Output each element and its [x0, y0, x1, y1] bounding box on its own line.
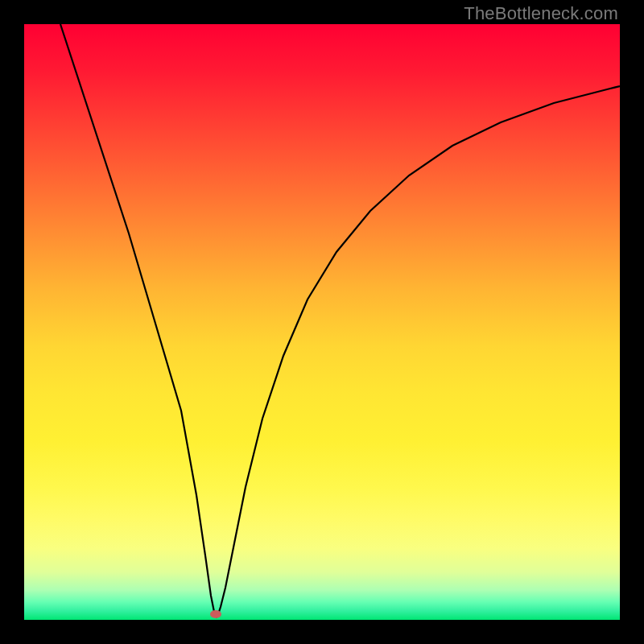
chart-frame: TheBottleneck.com	[0, 0, 644, 644]
watermark-text: TheBottleneck.com	[464, 3, 618, 24]
plot-area	[24, 24, 620, 620]
bottleneck-curve	[60, 24, 620, 617]
curve-layer	[24, 24, 620, 620]
optimum-marker	[210, 610, 221, 618]
